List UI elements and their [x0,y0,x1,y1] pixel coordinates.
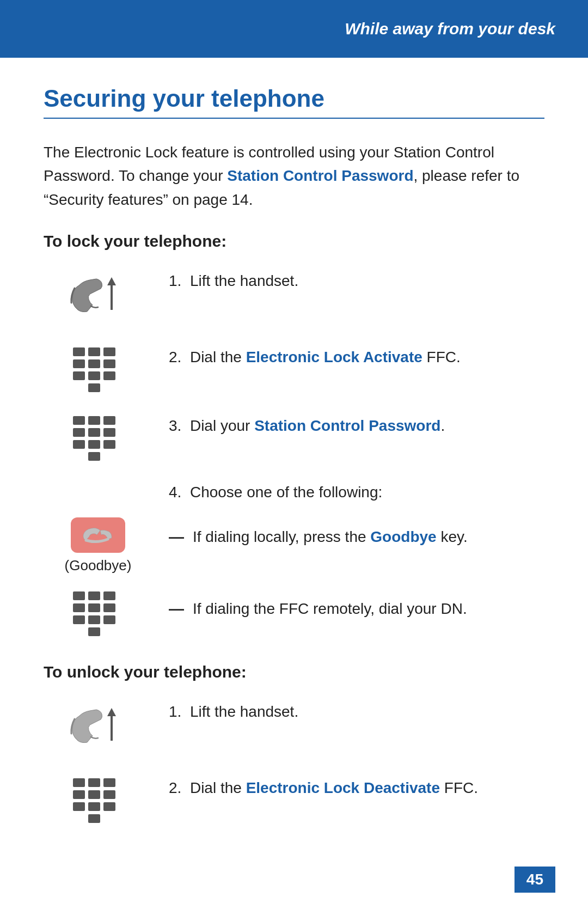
intro-paragraph: The Electronic Lock feature is controlle… [44,141,544,211]
lock-step-2-pre: Dial the [190,349,246,365]
key-3 [103,347,115,356]
unlock-keypad-icon [71,776,125,822]
electronic-lock-activate-link: Electronic Lock Activate [246,349,422,365]
page-title: Securing your telephone [44,85,544,119]
keypad-icon-2 [71,345,125,392]
lock-step-2: 2. Dial the Electronic Lock Activate FFC… [44,343,544,392]
unlock-handset-icon-col [44,698,152,754]
handset-lift-icon-col [44,267,152,324]
key-6 [103,359,115,368]
key-2 [88,347,100,356]
header-bar: While away from your desk [0,0,588,58]
lock-step-1-num: 1. [169,272,181,289]
lock-step-3: 3. Dial your Station Control Password. [44,412,544,461]
unlock-step-1: 1. Lift the handset. [44,698,544,754]
lock-step-2-post: FFC. [422,349,461,365]
lock-section-heading: To lock your telephone: [44,232,544,251]
key-4 [73,359,85,368]
svg-marker-1 [107,277,116,285]
svg-marker-3 [107,708,116,716]
keypad-icon-col-3 [44,412,152,460]
lock-substep-1-text: — If dialing locally, press the Goodbye … [152,515,544,548]
station-control-password-link: Station Control Password [227,167,413,184]
unlock-step-2-num: 2. [169,779,181,796]
key-7 [73,371,85,380]
key-5 [88,359,100,368]
goodbye-icon-col: (Goodbye) [44,515,152,574]
lock-step-1: 1. Lift the handset. [44,267,544,324]
substep-1-text: If dialing locally, press the Goodbye ke… [193,525,468,548]
header-title: While away from your desk [345,20,555,38]
lock-step-3-text: 3. Dial your Station Control Password. [152,412,544,437]
lock-step-2-num: 2. [169,349,181,365]
unlock-step-2-text: 2. Dial the Electronic Lock Deactivate F… [152,774,544,800]
key-1 [73,347,85,356]
sub-step-dash-1: — [169,525,184,548]
lock-step-3-pre: Dial your [190,417,254,434]
keypad-icon-col-2 [44,343,152,392]
unlock-step-2-pre: Dial the [190,779,246,796]
unlock-handset-icon [63,700,133,754]
sub-step-1: — If dialing locally, press the Goodbye … [169,525,544,548]
keypad-icon-3 [71,414,125,460]
unlock-keypad-icon-col [44,774,152,822]
key-9 [103,371,115,380]
station-control-password-link-2: Station Control Password [254,417,440,434]
lock-substep-1-row: (Goodbye) — If dialing locally, press th… [44,515,544,574]
page-number: 45 [514,867,555,893]
lock-step-1-text: 1. Lift the handset. [152,267,544,292]
lock-step-3-post: . [440,417,445,434]
lock-step-3-num: 3. [169,417,181,434]
lock-step-4-num: 4. [169,484,181,501]
lock-step-4-row: 4. Choose one of the following: [44,480,544,504]
substep-2-text: If dialing the FFC remotely, dial your D… [193,597,467,620]
lock-step-4-text: 4. Choose one of the following: [152,480,544,504]
main-content: Securing your telephone The Electronic L… [0,58,588,886]
lock-substep-2-row: — If dialing the FFC remotely, dial your… [44,587,544,636]
key-8 [88,371,100,380]
lock-step-2-text: 2. Dial the Electronic Lock Activate FFC… [152,343,544,369]
unlock-step-2-post: FFC. [440,779,478,796]
keypad-icon-col-substep [44,587,152,636]
goodbye-label: (Goodbye) [65,557,132,574]
unlock-step-1-text: 1. Lift the handset. [152,698,544,723]
goodbye-button-icon [71,517,125,553]
unlock-step-2: 2. Dial the Electronic Lock Deactivate F… [44,774,544,823]
goodbye-link: Goodbye [370,528,436,545]
key-0 [88,383,100,392]
lock-substep-2-text: — If dialing the FFC remotely, dial your… [152,587,544,620]
goodbye-handset-svg [81,524,116,546]
keypad-icon-substep [71,589,125,636]
unlock-step-1-num: 1. [169,703,181,720]
electronic-lock-deactivate-link: Electronic Lock Deactivate [246,779,440,796]
sub-step-dash-2: — [169,597,184,620]
handset-lift-icon [63,269,133,324]
unlock-section-heading: To unlock your telephone: [44,663,544,681]
sub-step-2: — If dialing the FFC remotely, dial your… [169,597,544,620]
